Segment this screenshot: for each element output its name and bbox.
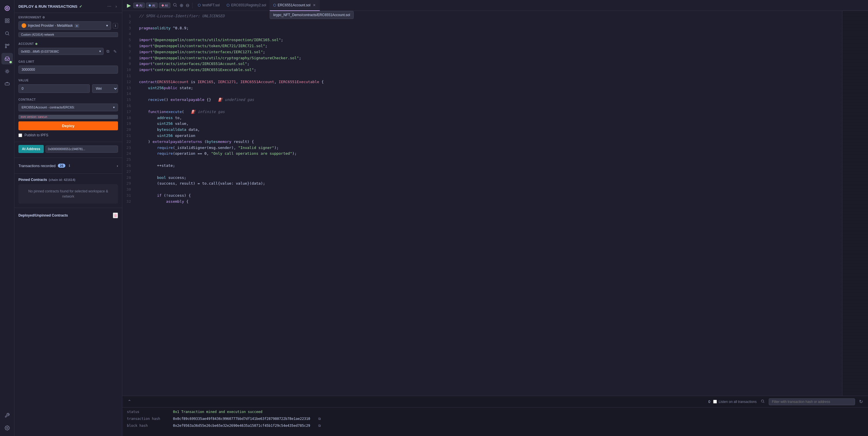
code-line-27 [137, 169, 842, 175]
source-control-icon[interactable] [1, 40, 13, 52]
svg-point-9 [6, 427, 8, 429]
tx-hash-value: 0x0cf89c699335ae49f8436c9960777bbd7df141… [173, 417, 310, 421]
tab-testNFT[interactable]: ⬡ testNFT.sol [194, 0, 223, 11]
line-numbers: 1 2 3 4 5 6 7 8 9 10 11 12 13 14 15 16 1… [122, 11, 137, 396]
unit-select[interactable]: Wei Gwei Ether [92, 84, 118, 93]
network-badge: Custom (421614) network [19, 32, 118, 37]
gas-section [14, 64, 122, 76]
environment-select[interactable]: Injected Provider - MetaMask ● ▾ [19, 21, 111, 30]
bottom-panel: ⌃ 0 Listen on all transactions ↻ status … [122, 396, 868, 436]
deploy-run-icon[interactable] [1, 53, 13, 64]
pinned-contracts-section: Pinned Contracts (chain id: 421614) No p… [14, 175, 122, 206]
code-line-16 [137, 103, 842, 109]
filter-search-btn[interactable] [760, 398, 766, 405]
code-line-32: assembly { [137, 199, 842, 205]
filter-input[interactable] [769, 398, 855, 405]
search-toolbar-btn[interactable] [172, 3, 179, 8]
evm-version-badge: evm version: cancun [19, 115, 118, 119]
account-file-icon: ⬡ [273, 3, 276, 7]
gas-limit-input[interactable] [19, 66, 118, 74]
ai-button-2[interactable]: ◈ AI [146, 3, 157, 8]
listen-checkbox-row: Listen on all transactions [713, 400, 756, 404]
account-row: 0x90D...6fbf5 (0.0373938C ▾ ⧉ ✎ [14, 46, 122, 57]
tx-info-btn[interactable]: ℹ [68, 163, 71, 169]
code-line-23: require(_isValidSigner(msg.sender), "Inv… [137, 145, 842, 151]
at-address-input[interactable] [45, 145, 118, 153]
fold-code-btn[interactable]: ⌃ [126, 399, 132, 404]
main-area: ▶ ◈ AI ◈ AI ◈ AI ⊕ ⊖ ⬡ testNFT.sol ⬡ ERC… [122, 0, 868, 436]
tx-count-badge: 26 [58, 164, 65, 168]
copy-account-btn[interactable]: ⧉ [105, 48, 111, 55]
zoom-in-btn[interactable]: ⊕ [179, 3, 184, 8]
bottom-toolbar: ⌃ 0 Listen on all transactions ↻ [122, 396, 868, 407]
code-line-20: bytes calldata data, [137, 127, 842, 133]
publish-ipfs-row: Publish to IPFS [14, 133, 122, 140]
panel-chevron-btn[interactable]: › [114, 3, 118, 10]
copy-block-hash-btn[interactable]: ⧉ [318, 424, 321, 428]
block-hash-row: block hash 0x2ef9563a36d55e26cbe65e32e26… [127, 424, 863, 428]
tab-ERC6551Registry2[interactable]: ⬡ ERC6551Registry2.sol [223, 0, 269, 11]
tx-expand-icon: › [117, 164, 118, 168]
wrench-rail-icon[interactable] [1, 409, 13, 421]
ai-button-1[interactable]: ◈ AI [133, 3, 145, 8]
files-icon[interactable] [1, 15, 13, 27]
code-line-5: import "@openzeppelin/contracts/utils/in… [137, 37, 842, 43]
account-select[interactable]: 0x90D...6fbf5 (0.0373938C ▾ [19, 48, 103, 55]
svg-rect-2 [5, 21, 7, 23]
edit-account-btn[interactable]: ✎ [112, 48, 118, 55]
gas-limit-label: GAS LIMIT [14, 57, 122, 64]
code-line-28: bool success; [137, 175, 842, 181]
transactions-recorded-row[interactable]: Transactions recorded 26 ℹ › [14, 160, 122, 172]
account-label: ACCOUNT ⊕ [14, 39, 122, 46]
code-line-14 [137, 91, 842, 97]
chain-id-badge: (chain id: 421614) [49, 178, 75, 181]
tx-status-row: status 0x1 Transaction mined and executi… [127, 410, 863, 414]
settings-rail-icon[interactable] [1, 422, 13, 434]
filter-loading-btn[interactable]: ↻ [858, 398, 864, 405]
copy-tx-hash-btn[interactable]: ⧉ [318, 417, 321, 421]
value-input[interactable] [19, 84, 90, 93]
listen-label: Listen on all transactions [719, 400, 756, 404]
block-hash-value: 0x2ef9563a36d55e26cbe65e32e2690e4635a150… [173, 424, 310, 428]
code-line-15: receive() external payable {} ⛽ undefine… [137, 97, 842, 103]
tx-recorded-label: Transactions recorded [19, 164, 56, 168]
testNFT-file-icon: ⬡ [198, 3, 200, 7]
plugins-icon[interactable] [1, 78, 13, 90]
zoom-out-btn[interactable]: ⊖ [184, 3, 190, 8]
tx-count-display: 0 [708, 400, 710, 404]
panel-expand-btn[interactable]: ⋯ [106, 3, 113, 10]
check-icon: ✓ [79, 4, 82, 9]
status-value: 0x1 Transaction mined and execution succ… [173, 410, 262, 414]
contract-label: CONTRACT [14, 95, 122, 102]
search-rail-icon[interactable] [1, 28, 13, 39]
tx-hash-row: transaction hash 0x0cf89c699335ae49f8436… [127, 417, 863, 421]
deploy-button[interactable]: Deploy [19, 121, 118, 130]
run-button[interactable]: ▶ [125, 2, 133, 9]
metamask-icon [22, 23, 26, 28]
code-line-24: require(operation == 0, "Only call opera… [137, 151, 842, 157]
svg-rect-3 [7, 21, 9, 23]
code-editor[interactable]: // SPDX-License-Identifier: UNLICENSED p… [137, 11, 842, 396]
debug-icon[interactable] [1, 66, 13, 77]
left-panel: DEPLOY & RUN TRANSACTIONS ✓ ⋯ › ENVIRONM… [14, 0, 122, 436]
deployed-unpinned-section: Deployed/Unpinned Contracts 🗑 [14, 210, 122, 221]
code-line-1: // SPDX-License-Identifier: UNLICENSED [137, 13, 842, 19]
code-line-17: function execute( ⛽ infinite gas [137, 109, 842, 115]
code-line-10: import "contracts/interfaces/IERC6551Exe… [137, 67, 842, 73]
environment-label: ENVIRONMENT ⚙ [14, 13, 122, 20]
svg-rect-1 [7, 19, 9, 20]
svg-point-11 [761, 400, 764, 402]
env-info-btn[interactable]: ℹ [113, 23, 118, 29]
listen-all-checkbox[interactable] [713, 400, 717, 403]
at-address-button[interactable]: At Address [19, 145, 44, 153]
publish-ipfs-checkbox[interactable] [19, 133, 22, 137]
panel-header: DEPLOY & RUN TRANSACTIONS ✓ ⋯ › [14, 0, 122, 13]
contract-section: ERC6551Account - contracts/ERC6S: ▾ [14, 102, 122, 113]
tab-close-btn[interactable]: ✕ [312, 3, 316, 7]
contract-select[interactable]: ERC6551Account - contracts/ERC6S: ▾ [19, 104, 118, 111]
tab-ERC6551Account[interactable]: ⬡ ERC6551Account.sol ✕ krypc_NFT_Demo/co… [270, 0, 320, 11]
trash-button[interactable]: 🗑 [113, 212, 118, 218]
ai-button-3[interactable]: ◈ AI [159, 3, 170, 8]
minimap-content [842, 11, 868, 396]
code-line-30 [137, 187, 842, 193]
